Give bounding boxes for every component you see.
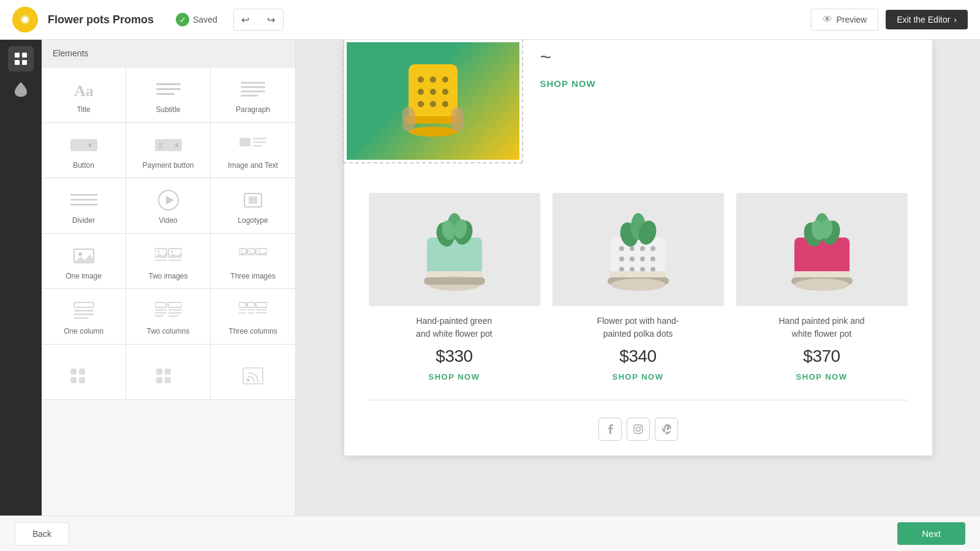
element-one-image[interactable]: One image	[42, 234, 126, 290]
element-title[interactable]: Aa Title	[42, 67, 126, 123]
saved-label: Saved	[193, 15, 217, 24]
product-shop-now-green[interactable]: SHOP NOW	[429, 372, 480, 381]
svg-rect-10	[241, 82, 265, 84]
product-shop-now-pink[interactable]: SHOP NOW	[796, 372, 848, 381]
exit-editor-button[interactable]: Exit the Editor ›	[886, 10, 968, 29]
element-paragraph[interactable]: Paragraph	[211, 67, 295, 123]
svg-rect-13	[241, 95, 258, 97]
element-social-facebook-twitter[interactable]	[126, 345, 211, 400]
project-title: Flower pots Promos	[48, 13, 154, 26]
hero-text: ~ SHOP NOW	[540, 40, 932, 89]
svg-rect-12	[241, 91, 265, 92]
svg-point-111	[640, 257, 645, 261]
svg-rect-70	[256, 312, 267, 313]
svg-rect-51	[74, 310, 94, 312]
svg-rect-94	[451, 107, 464, 132]
element-three-columns[interactable]: Three columns	[211, 289, 295, 345]
hero-shop-now-link[interactable]: SHOP NOW	[540, 78, 932, 89]
product-img-pink	[736, 193, 908, 306]
element-three-images[interactable]: Three images	[211, 234, 295, 290]
hero-image[interactable]	[344, 40, 522, 162]
logo	[12, 7, 38, 32]
svg-rect-5	[22, 60, 27, 65]
svg-point-48	[258, 250, 260, 252]
element-social-rss[interactable]	[211, 345, 295, 400]
svg-marker-46	[247, 252, 255, 255]
svg-point-87	[442, 89, 448, 95]
svg-point-1	[22, 17, 28, 23]
undo-button[interactable]: ↩	[234, 9, 257, 30]
element-paragraph-label: Paragraph	[236, 105, 270, 115]
svg-rect-60	[168, 312, 182, 314]
topbar: Flower pots Promos ✓ Saved ↩ ↪ 👁 Preview…	[0, 0, 980, 40]
svg-rect-75	[156, 369, 162, 375]
svg-rect-61	[168, 315, 178, 317]
svg-rect-8	[156, 88, 181, 90]
element-social-linkedin-twitter[interactable]	[42, 345, 126, 400]
element-image-and-text[interactable]: Image and Text	[211, 123, 295, 179]
social-instagram-icon[interactable]	[627, 418, 650, 441]
element-one-column[interactable]: One column	[42, 289, 126, 345]
sidebar-icon-grid[interactable]	[8, 46, 34, 72]
product-price-pink: $370	[803, 347, 840, 366]
redo-button[interactable]: ↪	[260, 9, 283, 30]
svg-point-83	[430, 77, 436, 83]
next-button[interactable]: Next	[897, 522, 965, 545]
preview-button[interactable]: 👁 Preview	[811, 9, 878, 31]
element-video[interactable]: Video	[126, 178, 211, 234]
element-two-columns[interactable]: Two columns	[126, 289, 211, 345]
social-facebook-icon[interactable]	[598, 418, 622, 441]
svg-point-80	[246, 378, 250, 382]
svg-point-109	[619, 257, 624, 261]
sidebar-icon-theme[interactable]	[8, 77, 34, 102]
sidebar-icons	[0, 40, 42, 551]
svg-point-113	[619, 267, 624, 272]
tilde-symbol: ~	[540, 46, 932, 69]
svg-point-37	[171, 250, 173, 253]
social-pinterest-icon[interactable]	[655, 418, 678, 441]
social-row	[344, 407, 932, 455]
svg-rect-21	[253, 141, 266, 143]
back-button[interactable]: Back	[15, 522, 69, 545]
svg-point-119	[611, 279, 666, 291]
topbar-right: 👁 Preview Exit the Editor ›	[811, 9, 968, 31]
svg-point-110	[630, 257, 635, 261]
svg-marker-35	[155, 252, 167, 257]
svg-point-84	[442, 77, 448, 83]
paragraph-icon	[239, 78, 267, 100]
social-facebook-twitter-icon	[154, 365, 183, 387]
svg-rect-53	[74, 317, 88, 319]
undo-redo-controls: ↩ ↪	[233, 9, 284, 31]
element-divider[interactable]: Divider	[42, 178, 126, 234]
svg-rect-54	[155, 302, 167, 307]
saved-badge: ✓ Saved	[176, 13, 217, 26]
svg-rect-55	[155, 309, 167, 311]
svg-rect-76	[165, 369, 171, 375]
element-subtitle[interactable]: Subtitle	[126, 67, 211, 123]
svg-point-133	[636, 427, 640, 432]
product-img-polka	[552, 193, 724, 306]
main-area: Elements Aa Title	[0, 40, 980, 551]
element-logotype[interactable]: Logotype	[211, 178, 295, 234]
element-payment-button[interactable]: $ Payment button	[126, 123, 211, 179]
element-button[interactable]: Button	[42, 123, 126, 179]
product-card-green: Hand-painted greenand white flower pot $…	[369, 193, 540, 381]
svg-point-92	[409, 127, 458, 137]
three-images-icon	[239, 245, 267, 267]
element-two-images[interactable]: Two images	[126, 234, 211, 290]
svg-point-105	[619, 246, 624, 251]
product-shop-now-polka[interactable]: SHOP NOW	[612, 372, 664, 381]
elements-header: Elements	[42, 40, 295, 67]
element-subtitle-label: Subtitle	[156, 105, 180, 115]
element-one-column-label: One column	[64, 327, 104, 337]
element-logotype-label: Logotype	[238, 216, 268, 226]
svg-rect-11	[241, 86, 265, 88]
svg-rect-23	[70, 194, 97, 196]
product-card-polka: Flower pot with hand-painted polka dots …	[552, 193, 724, 381]
svg-rect-7	[156, 83, 181, 85]
svg-rect-59	[168, 309, 182, 311]
svg-point-34	[157, 250, 160, 253]
svg-rect-20	[253, 138, 266, 140]
video-icon	[154, 189, 183, 211]
svg-rect-29	[249, 197, 257, 204]
